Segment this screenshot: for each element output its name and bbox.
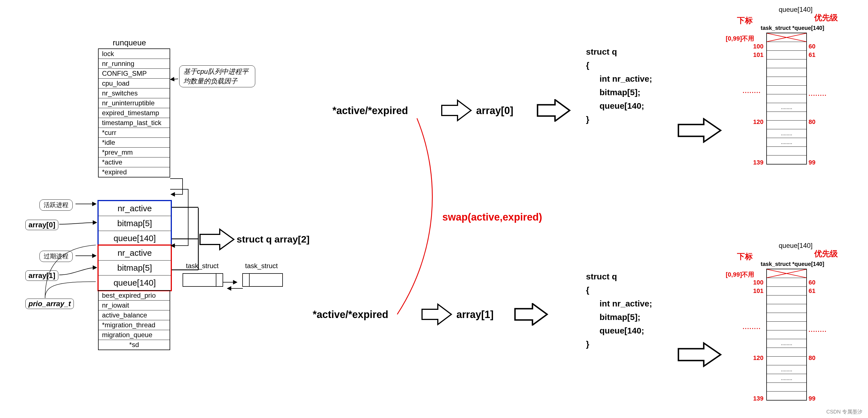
queue-index: 139 (741, 395, 764, 402)
rq-row: timestamp_last_tick (99, 118, 169, 128)
queue-row (767, 322, 806, 330)
rq-row: expired_timestamp (99, 108, 169, 118)
queue-row (767, 383, 806, 391)
queue-index: 120 (741, 354, 764, 362)
rq-row: migration_queue (99, 330, 169, 340)
queue-row-dots: ........ (767, 129, 806, 138)
task-struct-box (242, 273, 283, 287)
note-expired: 过期进程 (39, 251, 73, 262)
queue-unused: [0,99]不用 (726, 270, 754, 279)
array1-label: array[1] (456, 309, 494, 321)
struct-q-code-top: struct q { int nr_active; bitmap[5]; que… (586, 45, 652, 126)
runqueue-tail: best_expired_prio nr_iowait active_balan… (98, 290, 170, 350)
queue-table-bot: ........ ........ ........ (766, 269, 807, 400)
rq-row: nr_running (99, 59, 169, 69)
queue-row (767, 77, 806, 86)
rq-row: *prev_mm (99, 148, 169, 157)
code-line: { (586, 283, 652, 297)
code-line: int nr_active; (586, 297, 652, 311)
queue-title: queue[140] (779, 242, 812, 250)
ptr-label-top: *active/*expired (333, 105, 408, 117)
queue-index: 120 (741, 118, 764, 126)
struct-q-code-bot: struct q { int nr_active; bitmap[5]; que… (586, 270, 652, 351)
rq-row: CONFIG_SMP (99, 69, 169, 78)
note-cpu-load: 基于cpu队列中进程平均数量的负载因子 (179, 65, 255, 87)
arrow-icon (676, 342, 724, 367)
rq-row: *expired (99, 167, 169, 177)
queue-row (767, 330, 806, 339)
queue-row-dots: ........ (767, 365, 806, 374)
rq-row: active_balance (99, 311, 169, 320)
queue-row-unused (767, 33, 806, 42)
code-line: bitmap[5]; (586, 86, 652, 99)
priority-label: 优先级 (814, 12, 838, 23)
note-active: 活跃进程 (39, 199, 73, 211)
code-line: queue[140; (586, 99, 652, 113)
ptr-label-bot: *active/*expired (313, 309, 388, 321)
arrow-icon (535, 99, 572, 122)
queue-priority: 60 (809, 43, 826, 50)
rq-row: best_expired_prio (99, 291, 169, 300)
code-line: } (586, 337, 652, 351)
queue-row (767, 94, 806, 103)
arrow-icon (676, 118, 724, 143)
queue-row-dots: ........ (767, 374, 806, 383)
swap-label: swap(active,expired) (442, 211, 542, 223)
task-struct-label-1: task_struct (186, 262, 219, 270)
rq-row: *curr (99, 128, 169, 138)
queue-row-dots: ........ (767, 138, 806, 147)
code-line: int nr_active; (586, 72, 652, 86)
queue-dots-right: ........ (809, 90, 827, 97)
queue-row (767, 357, 806, 365)
array1-group: nr_active bitmap[5] queue[140] (97, 245, 172, 291)
queue-row (767, 121, 806, 129)
code-line: queue[140; (586, 324, 652, 337)
queue-priority: 99 (809, 159, 826, 166)
rq-row: bitmap[5] (99, 216, 171, 231)
rq-row: nr_iowait (99, 300, 169, 311)
struct-q-array-label: struct q array[2] (237, 234, 310, 245)
queue-row-dots: ........ (767, 339, 806, 348)
priority-label: 优先级 (814, 249, 838, 259)
rq-row: queue[140] (99, 231, 171, 246)
queue-unused: [0,99]不用 (726, 34, 754, 43)
code-line: bitmap[5]; (586, 311, 652, 324)
queue-row (767, 391, 806, 400)
tag-array0: array[0] (25, 220, 58, 230)
queue-row (767, 156, 806, 164)
rq-row: *active (99, 157, 169, 167)
queue-row-dots: ........ (767, 103, 806, 112)
queue-row (767, 348, 806, 357)
queue-priority: 80 (809, 354, 826, 362)
rq-row: bitmap[5] (99, 261, 171, 276)
queue-row-unused (767, 269, 806, 278)
queue-dots-left: ........ (743, 87, 761, 95)
queue-table-top: ........ ........ ........ (766, 33, 807, 164)
watermark: CSDN 专属墨汐 (826, 409, 862, 415)
tag-prio-array: prio_array_t (25, 298, 74, 309)
queue-caption: task_struct *queue[140] (761, 261, 824, 267)
rq-row: nr_active (99, 201, 171, 216)
tag-array1: array[1] (25, 270, 58, 281)
queue-index: 139 (741, 159, 764, 166)
queue-title: queue[140] (779, 6, 812, 13)
queue-dots-right: ........ (809, 326, 827, 333)
code-line: struct q (586, 45, 652, 59)
rq-row: cpu_load (99, 78, 169, 89)
array0-label: array[0] (476, 105, 513, 117)
rq-row: nr_uninterruptible (99, 98, 169, 108)
diagram-root: runqueue lock nr_running CONFIG_SMP cpu_… (0, 0, 868, 418)
rq-row: *idle (99, 138, 169, 148)
queue-priority: 61 (809, 287, 826, 295)
queue-index: 101 (741, 51, 764, 59)
queue-index: 100 (741, 279, 764, 286)
rq-row: queue[140] (99, 276, 171, 290)
code-line: struct q (586, 270, 652, 283)
queue-priority: 99 (809, 395, 826, 402)
queue-row (767, 112, 806, 121)
task-struct-box (183, 273, 223, 287)
queue-row (767, 147, 806, 156)
queue-priority: 60 (809, 279, 826, 286)
index-label: 下标 (737, 251, 753, 262)
queue-caption: task_struct *queue[140] (761, 25, 824, 31)
